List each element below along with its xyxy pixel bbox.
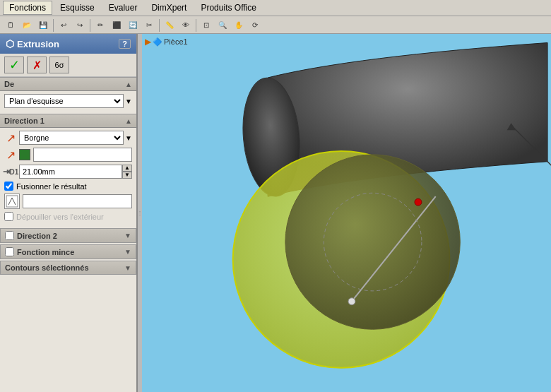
profile-icon: [4, 194, 20, 209]
draft-checkbox[interactable]: [4, 212, 13, 221]
de-section-label: De: [4, 80, 14, 88]
ok-button[interactable]: ✓: [4, 57, 24, 73]
profile-input[interactable]: [23, 194, 132, 208]
direction2-label: Direction 2: [17, 232, 57, 240]
panel-title: Extrusion: [17, 39, 59, 49]
piece-icon: 🔷: [153, 37, 162, 47]
options-button[interactable]: 6σ: [49, 57, 69, 73]
cancel-button[interactable]: ✗: [27, 57, 47, 73]
depth-spinners: ▲ ▼: [122, 165, 132, 179]
tb-sep3: [159, 19, 160, 32]
tb-sep1: [53, 19, 54, 32]
main-layout: ⬡ Extrusion ? ✓ ✗ 6σ De ▲ Plan d'esquiss…: [0, 34, 551, 392]
tb-revolve[interactable]: 🔄: [125, 18, 141, 33]
fuse-row: Fusionner le résultat: [4, 182, 132, 191]
toolbar: Fonctions Esquisse Evaluer DimXpert Prod…: [0, 0, 551, 34]
direction2-check-group: Direction 2: [5, 231, 57, 240]
depth-icon: ⇥D1: [4, 165, 17, 178]
direction2-chevron-icon: ▼: [124, 232, 131, 239]
depth-input[interactable]: 21.00mm: [19, 165, 122, 179]
tb-zoom-fit[interactable]: ⊡: [199, 18, 214, 33]
menu-bar: Fonctions Esquisse Evaluer DimXpert Prod…: [0, 0, 551, 16]
thin-feature-chevron-icon: ▼: [124, 248, 131, 256]
tb-measure[interactable]: 📏: [162, 18, 177, 33]
svg-point-6: [415, 198, 422, 206]
de-chevron-icon: ▲: [125, 81, 132, 88]
breadcrumb-arrow-icon: ▶: [145, 37, 151, 47]
tb-sketch[interactable]: ✏: [93, 18, 108, 33]
tb-cut[interactable]: ✂: [141, 18, 157, 33]
tb-redo[interactable]: ↪: [72, 18, 88, 33]
de-param-row: Plan d'esquisse ▼: [4, 94, 132, 108]
action-buttons: ✓ ✗ 6σ: [0, 54, 136, 77]
fuse-checkbox[interactable]: [4, 182, 13, 191]
selected-contours-label: Contours sélectionnés: [5, 263, 89, 272]
direction1-type-select[interactable]: Borgne: [19, 131, 124, 145]
left-panel: ⬡ Extrusion ? ✓ ✗ 6σ De ▲ Plan d'esquiss…: [0, 34, 138, 392]
selected-contours-header[interactable]: Contours sélectionnés ▼: [0, 261, 136, 275]
direction1-input-row: ↗: [4, 148, 132, 162]
breadcrumb: ▶ 🔷 Pièce1: [145, 37, 188, 47]
menu-dimxpert[interactable]: DimXpert: [145, 1, 193, 15]
tb-sep4: [196, 19, 196, 32]
menu-produits[interactable]: Produits Office: [194, 1, 262, 15]
panel-header: ⬡ Extrusion ?: [0, 34, 136, 54]
tb-sep2: [90, 19, 90, 32]
direction1-red-arrow-icon: ↗: [4, 148, 17, 161]
direction2-header[interactable]: Direction 2 ▼: [0, 228, 136, 243]
svg-point-5: [348, 298, 355, 305]
svg-point-3: [285, 155, 460, 329]
de-section-content: Plan d'esquisse ▼: [0, 91, 136, 114]
thin-feature-label: Fonction mince: [17, 248, 74, 256]
panel-help-icon[interactable]: ?: [119, 39, 131, 49]
menu-fonctions[interactable]: Fonctions: [3, 1, 52, 15]
de-dropdown-btn[interactable]: ▼: [125, 97, 132, 105]
direction1-arrow-icon: ↗: [4, 131, 17, 144]
direction1-color-box: [19, 149, 30, 160]
direction1-chevron-icon: ▲: [125, 117, 132, 125]
3d-scene: ø: [142, 34, 551, 392]
tb-undo[interactable]: ↩: [56, 18, 71, 33]
icon-bar: 🗒 📂 💾 ↩ ↪ ✏ ⬛ 🔄 ✂ 📏 👁 ⊡ 🔍 ✋ ⟳: [0, 16, 551, 34]
tb-extrude[interactable]: ⬛: [109, 18, 124, 33]
depth-spin-down[interactable]: ▼: [122, 172, 132, 179]
tb-zoom-in[interactable]: 🔍: [215, 18, 230, 33]
menu-evaluer[interactable]: Evaluer: [102, 1, 144, 15]
tb-view[interactable]: 👁: [178, 18, 194, 33]
menu-esquisse[interactable]: Esquisse: [54, 1, 101, 15]
depth-row: ⇥D1 21.00mm ▲ ▼: [4, 165, 132, 179]
thin-feature-header[interactable]: Fonction mince ▼: [0, 244, 136, 259]
breadcrumb-item: Pièce1: [164, 37, 188, 46]
direction1-dropdown-icon[interactable]: ▼: [125, 134, 132, 142]
tb-pan[interactable]: ✋: [231, 18, 247, 33]
viewport[interactable]: ▶ 🔷 Pièce1: [142, 34, 551, 392]
profile-row: [4, 194, 132, 209]
thin-feature-check-group: Fonction mince: [5, 247, 74, 256]
tb-open[interactable]: 📂: [19, 18, 35, 33]
de-select[interactable]: Plan d'esquisse: [4, 94, 124, 108]
draft-label: Dépouiller vers l'extérieur: [16, 213, 104, 221]
direction1-profile-input[interactable]: [33, 148, 132, 162]
thin-feature-checkbox[interactable]: [5, 247, 14, 256]
direction1-section-header[interactable]: Direction 1 ▲: [0, 114, 136, 128]
direction1-label: Direction 1: [4, 117, 45, 125]
de-section-header[interactable]: De ▲: [0, 77, 136, 91]
direction1-type-row: ↗ Borgne ▼: [4, 131, 132, 145]
draft-row: Dépouiller vers l'extérieur: [4, 212, 132, 221]
tb-rotate[interactable]: ⟳: [247, 18, 263, 33]
depth-spin-up[interactable]: ▲: [122, 165, 132, 172]
direction2-checkbox[interactable]: [5, 231, 14, 240]
tb-new[interactable]: 🗒: [3, 18, 18, 33]
direction1-content: ↗ Borgne ▼ ↗ ⇥D1 21.00mm ▲ ▼: [0, 128, 136, 227]
fuse-label: Fusionner le résultat: [16, 182, 87, 191]
panel-title-group: ⬡ Extrusion: [6, 38, 59, 49]
selected-contours-chevron-icon: ▼: [124, 264, 131, 272]
tb-save[interactable]: 💾: [35, 18, 51, 33]
